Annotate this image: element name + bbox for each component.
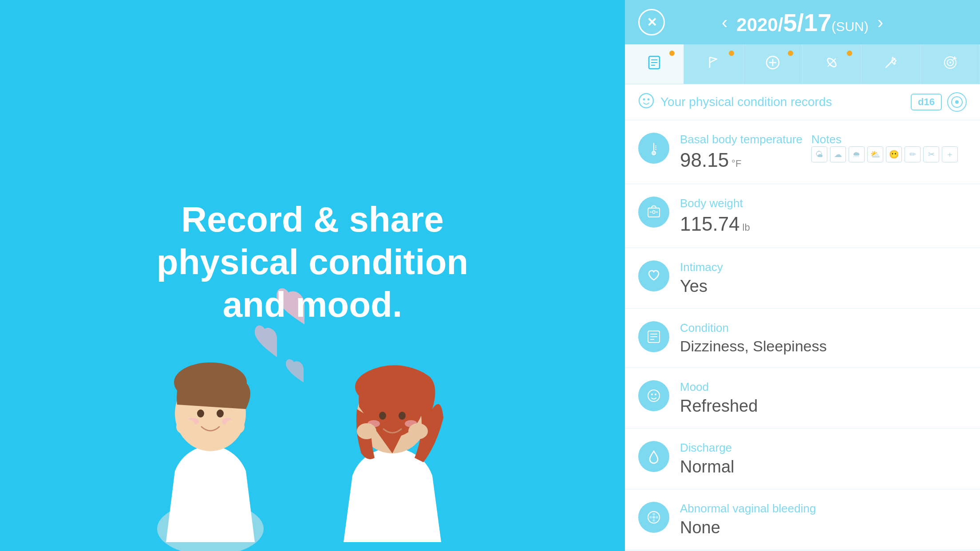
record-condition: Condition Dizziness, Sleepiness	[625, 309, 980, 368]
close-button[interactable]: ✕	[638, 9, 665, 35]
discharge-icon	[638, 441, 669, 472]
svg-point-14	[399, 412, 406, 420]
day-display: 5/17	[783, 8, 831, 36]
year-display: 2020/	[736, 14, 783, 35]
records-badge[interactable]: d16	[911, 94, 942, 110]
svg-rect-44	[648, 208, 660, 217]
body-weight-icon	[638, 197, 669, 228]
mood-icon	[638, 380, 669, 411]
headline-line1: Record & share	[181, 200, 443, 239]
next-arrow[interactable]: ›	[877, 12, 883, 32]
headline-line2: physical condition	[157, 242, 468, 282]
svg-point-17	[357, 423, 376, 439]
injection-tab-icon	[883, 55, 899, 74]
bleeding-label: Abnormal vaginal bleeding	[680, 502, 967, 516]
dow-display: (SUN)	[831, 19, 868, 34]
svg-point-56	[649, 516, 652, 519]
record-mood: Mood Refreshed	[625, 368, 980, 429]
mood-label: Mood	[680, 380, 967, 394]
records-face-icon	[638, 93, 654, 112]
headline-line3: and mood.	[223, 285, 402, 324]
body-weight-content: Body weight 115.74lb	[680, 197, 967, 235]
record-discharge: Discharge Normal	[625, 429, 980, 489]
svg-point-57	[652, 513, 655, 516]
intimacy-label: Intimacy	[680, 260, 967, 274]
note-icon-partly: ⛅	[867, 146, 883, 162]
intimacy-value: Yes	[680, 277, 967, 296]
record-body-weight: Body weight 115.74lb	[625, 184, 980, 248]
records-title-group: Your physical condition records	[638, 93, 832, 112]
headline: Record & share physical condition and mo…	[121, 198, 504, 326]
svg-point-39	[955, 100, 959, 104]
tab-flag[interactable]	[684, 44, 743, 84]
svg-point-59	[652, 519, 655, 522]
tab-medicine-dot	[847, 51, 852, 56]
tab-injection[interactable]	[861, 44, 921, 84]
svg-point-5	[217, 409, 224, 417]
records-settings-button[interactable]	[947, 92, 967, 112]
records-header: Your physical condition records d16	[625, 84, 980, 120]
note-icon-edit: ✏	[905, 146, 921, 162]
svg-point-18	[408, 423, 428, 439]
mood-content: Mood Refreshed	[680, 380, 967, 416]
tab-add[interactable]	[743, 44, 802, 84]
tab-notes-dot	[669, 51, 675, 56]
note-icon-sun: 🌤	[811, 146, 827, 162]
mood-value: Refreshed	[680, 397, 967, 416]
discharge-value: Normal	[680, 457, 967, 476]
intimacy-icon	[638, 260, 669, 291]
svg-point-9	[225, 419, 245, 435]
discharge-content: Discharge Normal	[680, 441, 967, 476]
svg-point-47	[652, 211, 655, 213]
records-title: Your physical condition records	[660, 95, 832, 109]
condition-label: Condition	[680, 321, 967, 335]
svg-point-60	[652, 516, 655, 519]
body-weight-value: 115.74lb	[680, 213, 967, 235]
note-icon-scissors: ✂	[923, 146, 939, 162]
basal-temp-icon	[638, 133, 669, 164]
tab-flag-dot	[729, 51, 734, 56]
condition-content: Condition Dizziness, Sleepiness	[680, 321, 967, 355]
body-weight-label: Body weight	[680, 197, 967, 210]
notes-tab-icon	[646, 55, 662, 74]
tab-notes[interactable]	[625, 44, 684, 84]
medicine-tab-icon	[824, 55, 840, 74]
record-basal-temp: Basal body temperature 98.15°F Notes 🌤 ☁…	[625, 120, 980, 184]
condition-value: Dizziness, Sleepiness	[680, 338, 967, 355]
basal-temp-label: Basal body temperature	[680, 133, 802, 146]
notes-icons-row: 🌤 ☁ 🌧 ⛅ 😶 ✏ ✂ ＋	[811, 146, 958, 162]
notes-label: Notes	[811, 133, 958, 146]
right-panel: ✕ ‹ 2020/5/17(SUN) ›	[625, 0, 980, 551]
note-icon-face: 😶	[886, 146, 902, 162]
flag-tab-icon	[705, 55, 721, 74]
record-intimacy: Intimacy Yes	[625, 248, 980, 309]
tab-target[interactable]	[921, 44, 980, 84]
date-display: 2020/5/17(SUN)	[736, 8, 868, 37]
discharge-label: Discharge	[680, 441, 967, 455]
svg-point-8	[176, 419, 196, 435]
svg-point-36	[643, 98, 645, 100]
tab-medicine[interactable]	[802, 44, 861, 84]
bleeding-content: Abnormal vaginal bleeding None	[680, 502, 967, 537]
note-icon-plus: ＋	[942, 146, 958, 162]
note-icon-cloud: ☁	[830, 146, 846, 162]
records-list: Basal body temperature 98.15°F Notes 🌤 ☁…	[625, 120, 980, 551]
svg-point-53	[651, 394, 653, 395]
note-icon-rain: 🌧	[849, 146, 865, 162]
left-panel: Record & share physical condition and mo…	[0, 0, 625, 551]
intimacy-content: Intimacy Yes	[680, 260, 967, 296]
svg-point-31	[949, 62, 951, 63]
svg-point-54	[655, 394, 656, 395]
svg-point-35	[639, 94, 653, 108]
basal-temp-content: Basal body temperature 98.15°F Notes 🌤 ☁…	[680, 133, 967, 171]
add-tab-icon	[765, 55, 781, 74]
bleeding-icon	[638, 502, 669, 533]
svg-point-58	[656, 516, 658, 519]
header: ✕ ‹ 2020/5/17(SUN) ›	[625, 0, 980, 44]
svg-point-37	[648, 98, 650, 100]
bleeding-value: None	[680, 518, 967, 537]
prev-arrow[interactable]: ‹	[722, 12, 727, 32]
tab-add-dot	[788, 51, 793, 56]
svg-point-52	[648, 390, 660, 401]
condition-icon	[638, 321, 669, 352]
